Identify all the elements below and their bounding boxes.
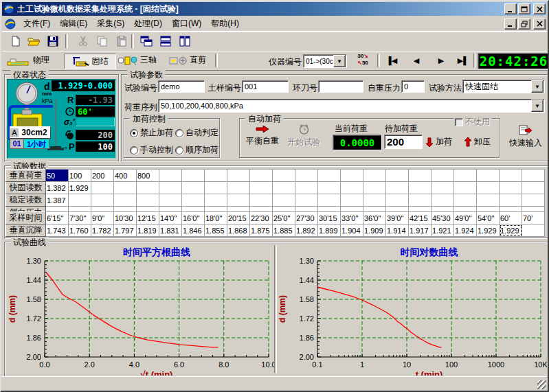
table-cell[interactable]: 60' [500, 212, 522, 224]
table-cell[interactable] [386, 170, 409, 182]
table-cell[interactable]: 1.929 [500, 224, 522, 237]
table-cell[interactable]: 1.855 [205, 224, 227, 237]
chevron-down-icon[interactable]: ▼ [531, 80, 544, 93]
table-cell[interactable]: 1.760 [69, 224, 91, 237]
table-cell[interactable] [227, 182, 250, 194]
table-cell[interactable] [159, 182, 182, 194]
table-cell[interactable] [363, 170, 386, 182]
prev-record-button[interactable]: ◀ [409, 56, 424, 65]
test-no-input[interactable] [158, 80, 205, 93]
apply-load-button[interactable]: 加荷 [426, 136, 459, 148]
table-cell[interactable] [159, 194, 182, 207]
table-cell[interactable] [409, 194, 432, 207]
new-file-button[interactable] [8, 34, 24, 49]
resize-grip[interactable] [537, 380, 546, 389]
table-cell[interactable] [295, 182, 318, 194]
table-cell[interactable]: 50 [46, 170, 69, 182]
menu-file[interactable]: 文件(F) [19, 16, 55, 31]
tab-consolidation[interactable]: 固结 [64, 54, 116, 69]
table-cell[interactable]: 1.914 [386, 224, 409, 237]
radio-option-3[interactable]: 顺序加荷 [175, 144, 221, 156]
radio-option-1[interactable]: 自动判定 [175, 127, 221, 139]
table-cell[interactable]: 1.929 [477, 224, 500, 237]
tile-horizontal-button[interactable] [157, 34, 174, 49]
menu-help[interactable]: 帮助(H) [206, 16, 244, 31]
table-cell[interactable]: 1.382 [46, 182, 69, 194]
table-cell[interactable]: 42'15 [409, 212, 432, 224]
table-cell[interactable]: 6'15" [46, 212, 69, 224]
table-cell[interactable] [114, 194, 137, 207]
table-cell[interactable]: 45'30 [432, 212, 454, 224]
soil-no-input[interactable] [242, 80, 289, 93]
quick-input-button[interactable]: 快速输入 [505, 125, 546, 149]
table-cell[interactable] [454, 194, 477, 207]
table-cell[interactable] [114, 182, 137, 194]
table-cell[interactable] [182, 194, 205, 207]
table-cell[interactable] [363, 182, 386, 194]
maximize-button[interactable] [518, 3, 530, 14]
table-cell[interactable] [295, 194, 318, 207]
table-cell[interactable]: 1.909 [363, 224, 386, 237]
table-cell[interactable] [182, 182, 205, 194]
next-record-button[interactable]: ▶ [434, 56, 449, 65]
copy-button[interactable] [94, 34, 111, 49]
ring-no-input[interactable] [318, 80, 363, 93]
radio-option-2[interactable]: 手动控制 [130, 144, 175, 156]
menu-edit[interactable]: 编辑(E) [55, 16, 92, 31]
cascade-windows-button[interactable] [138, 34, 155, 49]
table-cell[interactable] [341, 194, 363, 207]
range-toggle-button[interactable]: 30↘ ↖50 [354, 53, 372, 67]
chevron-down-icon[interactable]: ▼ [531, 100, 544, 112]
table-cell[interactable] [318, 194, 341, 207]
table-cell[interactable] [273, 194, 295, 207]
table-cell[interactable]: 36'0" [363, 212, 386, 224]
table-cell[interactable]: 18'0" [205, 212, 227, 224]
table-cell[interactable] [522, 170, 545, 182]
table-cell[interactable] [432, 170, 454, 182]
child-minimize-button[interactable] [504, 19, 517, 30]
table-cell[interactable] [182, 170, 205, 182]
table-cell[interactable] [137, 182, 159, 194]
last-record-button[interactable]: ▶▌ [456, 56, 471, 65]
table-cell[interactable]: 20'15 [227, 212, 250, 224]
table-cell[interactable] [318, 182, 341, 194]
table-cell[interactable]: 27'30 [295, 212, 318, 224]
table-cell[interactable] [91, 194, 114, 207]
table-cell[interactable]: 200 [91, 170, 114, 182]
table-cell[interactable] [137, 194, 159, 207]
table-cell[interactable]: 1.846 [182, 224, 205, 237]
table-cell[interactable]: 12'15 [137, 212, 159, 224]
paste-button[interactable] [113, 34, 130, 49]
table-cell[interactable]: 100 [69, 170, 91, 182]
table-cell[interactable]: 400 [114, 170, 137, 182]
pending-load-input[interactable] [384, 135, 423, 149]
instrument-no-combobox[interactable]: 01->(30cm2) ▼ [303, 54, 347, 68]
child-close-button[interactable] [533, 19, 546, 30]
table-cell[interactable]: 1.875 [250, 224, 273, 237]
table-cell[interactable]: 1.924 [454, 224, 477, 237]
first-record-button[interactable]: ▐◀ [384, 56, 399, 65]
table-cell[interactable]: 25'0" [273, 212, 295, 224]
table-cell[interactable] [341, 170, 363, 182]
balance-selfweight-button[interactable]: 平衡自重 [243, 125, 282, 147]
table-cell[interactable] [409, 170, 432, 182]
close-button[interactable] [533, 3, 546, 14]
not-use-checkbox[interactable]: 不使用 [453, 116, 491, 128]
open-file-button[interactable] [25, 34, 42, 49]
table-cell[interactable] [227, 194, 250, 207]
table-cell[interactable] [205, 170, 227, 182]
table-cell[interactable]: 1.831 [159, 224, 182, 237]
table-cell[interactable]: 1.921 [432, 224, 454, 237]
menu-window[interactable]: 窗口(W) [167, 16, 206, 31]
table-cell[interactable] [477, 182, 500, 194]
table-cell[interactable]: 22'30 [250, 212, 273, 224]
table-cell[interactable] [159, 170, 182, 182]
table-cell[interactable] [432, 194, 454, 207]
table-cell[interactable] [295, 170, 318, 182]
document-icon[interactable] [5, 19, 16, 30]
tab-physical[interactable]: 物理 [6, 54, 63, 66]
table-cell[interactable]: 1.868 [227, 224, 250, 237]
table-cell[interactable] [363, 194, 386, 207]
table-cell[interactable]: 16'0" [182, 212, 205, 224]
table-cell[interactable] [341, 182, 363, 194]
